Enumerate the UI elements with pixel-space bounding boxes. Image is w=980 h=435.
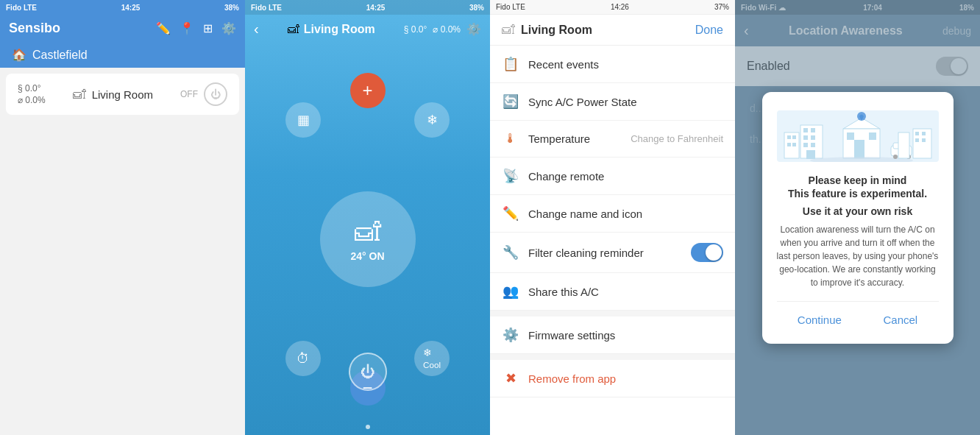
device-right: OFF ⏻ [180,82,227,106]
filter-label: Filter cleaning reminder [528,247,644,259]
modal-illustration [777,107,939,166]
svg-rect-25 [898,132,909,158]
menu-item-temperature[interactable]: 🌡 Temperature Change to Fahrenheit [490,121,735,158]
menu-list: 📋 Recent events 🔄 Sync A/C Power State 🌡… [490,46,735,435]
panel-menu: Fido LTE 14:26 37% 🛋 Living Room Done 📋 … [490,0,735,435]
power-button[interactable]: ⏻ [204,82,227,106]
device-row[interactable]: § 0.0° ⌀ 0.0% 🛋 Living Room OFF ⏻ [6,74,239,115]
timer-button[interactable]: ⏱ [285,341,321,376]
modal-cancel-button[interactable]: Cancel [871,311,929,329]
ac-stats: § 0.0° ⌀ 0.0% ⚙️ [404,22,481,36]
svg-rect-16 [854,140,864,158]
firmware-label: Firmware settings [528,329,615,342]
cool-icon: ❄Cool [423,347,441,370]
sofa-icon: 🛋 [355,216,381,247]
done-button[interactable]: Done [695,24,723,37]
device-humidity: ⌀ 0.0% [18,95,46,105]
remote-icon: 📡 [502,168,519,184]
menu-item-share[interactable]: 👥 Share this A/C [490,273,735,311]
back-button[interactable]: ‹ [254,21,259,38]
carrier-3: Fido LTE [496,3,525,11]
ac-room-icon: 🛋 [288,23,299,36]
filter-icon: 🔧 [502,244,519,261]
plus-icon: + [362,80,372,101]
menu-item-left: ✖ Remove from app [502,370,616,386]
svg-rect-30 [922,138,926,142]
svg-rect-27 [915,132,919,135]
modal-actions: Continue Cancel [777,301,939,329]
header-icons: ✏️ 📍 ⊞ ⚙️ [156,21,236,35]
modal-title-2: This feature is experimental. [777,188,939,199]
modal-overlay: Please keep in mind This feature is expe… [735,0,980,435]
grid-icon[interactable]: ⊞ [203,21,213,35]
location-icon[interactable]: 📍 [180,21,194,35]
device-name: Living Room [92,88,153,101]
menu-item-left: 📡 Change remote [502,168,604,184]
status-bar-1: Fido LTE 14:25 38% [0,0,245,15]
menu-item-remote[interactable]: 📡 Change remote [490,158,735,195]
ac-settings-icon[interactable]: ⚙️ [466,22,481,36]
time-3: 14:26 [611,3,629,11]
svg-rect-28 [922,132,926,135]
svg-rect-9 [803,135,808,140]
fan-button[interactable]: ❄ [414,102,450,138]
cool-button[interactable]: ❄Cool [414,341,450,376]
settings-icon[interactable]: ⚙️ [221,21,236,35]
svg-rect-4 [787,143,791,146]
svg-rect-29 [915,138,919,142]
menu-item-left: 🔧 Filter cleaning reminder [502,244,644,261]
share-icon: 👥 [502,283,519,300]
menu-item-remove[interactable]: ✖ Remove from app [490,360,735,397]
menu-title-area: 🛋 Living Room [502,22,592,38]
power-icon: ⏻ [361,364,375,381]
svg-rect-13 [806,150,815,159]
status-bar-2: Fido LTE 14:25 38% [245,0,490,15]
menu-room-icon: 🛋 [502,22,515,38]
app-header: Sensibo ✏️ 📍 ⊞ ⚙️ [0,15,245,42]
page-indicator [366,425,370,429]
svg-rect-17 [847,132,854,140]
menu-item-rename[interactable]: ✏️ Change name and icon [490,195,735,233]
temperature-icon: 🌡 [502,131,519,146]
device-temp: § 0.0° [18,83,46,93]
time-1: 14:25 [121,4,141,12]
modal-continue-button[interactable]: Continue [786,311,853,329]
menu-divider-2 [490,354,735,360]
device-readings: § 0.0° ⌀ 0.0% [18,83,46,105]
menu-item-left: 🌡 Temperature [502,131,590,146]
svg-rect-1 [784,132,799,158]
share-label: Share this A/C [528,286,599,298]
menu-item-left: 🔄 Sync A/C Power State [502,93,637,110]
edit-icon[interactable]: ✏️ [156,21,171,35]
filter-toggle[interactable] [691,243,723,262]
menu-item-firmware[interactable]: ⚙️ Firmware settings [490,316,735,354]
timer-icon: ⏱ [297,351,310,367]
modal-title-3: Use it at your own risk [777,205,939,217]
menu-item-filter[interactable]: 🔧 Filter cleaning reminder [490,233,735,273]
mode-button[interactable]: ▦ [285,102,321,138]
fan-icon: ❄ [427,112,438,128]
rename-icon: ✏️ [502,205,519,222]
status-bar-3: Fido LTE 14:26 37% [490,0,735,15]
temperature-action: Change to Fahrenheit [631,133,723,144]
menu-item-left: ✏️ Change name and icon [502,205,642,222]
ac-power-button[interactable]: ⏻ [349,353,387,391]
remove-icon: ✖ [502,370,519,386]
device-type-icon: 🛋 [73,87,86,102]
battery-1: 38% [224,4,239,12]
increase-temp-button[interactable]: + [350,73,386,108]
svg-rect-5 [792,143,796,146]
location-name: Castlefield [32,49,88,62]
remote-label: Change remote [528,170,604,183]
app-title: Sensibo [9,21,60,36]
menu-header: 🛋 Living Room Done [490,15,735,46]
sync-icon: 🔄 [502,93,519,110]
home-icon: 🏠 [12,48,26,62]
menu-item-sync[interactable]: 🔄 Sync A/C Power State [490,83,735,121]
sync-label: Sync A/C Power State [528,96,637,108]
panel-location: Fido Wi-Fi ☁ 17:04 18% ‹ Location Awaren… [735,0,980,435]
menu-title: Living Room [521,24,592,37]
svg-rect-18 [869,132,876,140]
svg-rect-2 [787,135,791,139]
menu-item-recent-events[interactable]: 📋 Recent events [490,46,735,83]
